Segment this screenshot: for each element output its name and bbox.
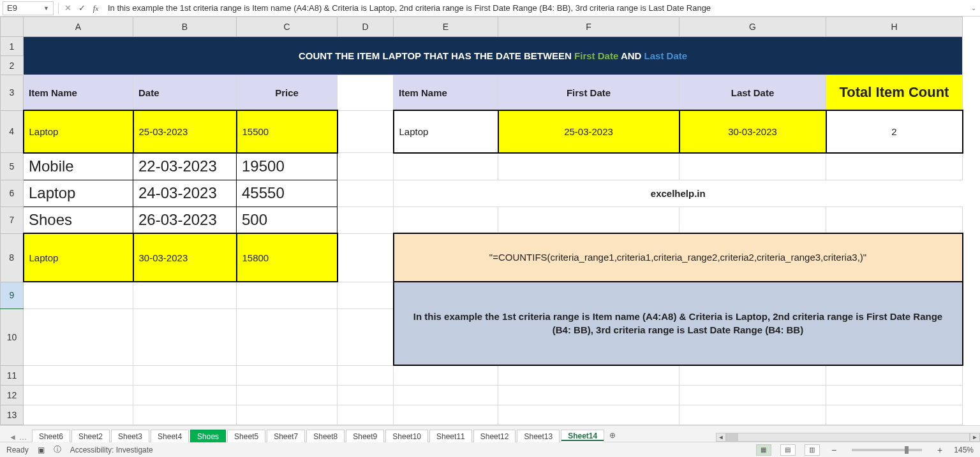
scroll-right-icon[interactable]: ► <box>970 433 980 442</box>
cell-G4[interactable]: 30-03-2023 <box>679 110 826 153</box>
cell-C4[interactable]: 15500 <box>237 110 338 153</box>
hdr-last-date[interactable]: Last Date <box>679 75 826 111</box>
row-header-1[interactable]: 1 <box>1 37 24 56</box>
worksheet-area[interactable]: A B C D E F G H 1 COUNT THE ITEM LAPTOP … <box>0 17 980 425</box>
cell-C9[interactable] <box>237 282 338 308</box>
hdr-price-left[interactable]: Price <box>237 75 338 111</box>
cell-B4[interactable]: 25-03-2023 <box>133 110 237 153</box>
hdr-first-date[interactable]: First Date <box>498 75 679 111</box>
sheet-tab-sheet12[interactable]: Sheet12 <box>473 430 516 442</box>
cell-F7[interactable] <box>498 207 679 233</box>
col-header-D[interactable]: D <box>338 17 394 37</box>
sheet-tab-sheet9[interactable]: Sheet9 <box>346 430 384 442</box>
zoom-out-button[interactable]: − <box>829 445 839 455</box>
cell-D8[interactable] <box>338 233 394 282</box>
sheet-tab-sheet14[interactable]: Sheet14 <box>561 430 604 442</box>
page-break-view-button[interactable]: ▥ <box>805 444 820 456</box>
row-header-6[interactable]: 6 <box>1 180 24 207</box>
formula-syntax-box[interactable]: "=COUNTIFS(criteria_range1,criteria1,cri… <box>394 233 963 282</box>
enter-icon[interactable]: ✓ <box>75 1 89 15</box>
sheet-tab-sheet3[interactable]: Sheet3 <box>111 430 149 442</box>
hdr-item-name-left[interactable]: Item Name <box>24 75 133 111</box>
cell-F5[interactable] <box>498 153 679 180</box>
cell-H4[interactable]: 2 <box>826 110 963 153</box>
zoom-slider-thumb[interactable] <box>905 446 909 454</box>
cell-D7[interactable] <box>338 207 394 233</box>
cell-D5[interactable] <box>338 153 394 180</box>
cell-C7[interactable]: 500 <box>237 207 338 233</box>
normal-view-button[interactable]: ▦ <box>756 444 771 456</box>
cell-A6[interactable]: Laptop <box>24 180 133 207</box>
expand-formula-bar-icon[interactable]: ⌄ <box>967 4 980 11</box>
sheet-tab-sheet2[interactable]: Sheet2 <box>71 430 110 442</box>
cell-B8[interactable]: 30-03-2023 <box>133 233 237 282</box>
new-sheet-button[interactable]: ⊕ <box>605 429 620 442</box>
cell-D9[interactable] <box>338 282 394 308</box>
col-header-H[interactable]: H <box>826 17 963 37</box>
col-header-G[interactable]: G <box>679 17 826 37</box>
col-header-F[interactable]: F <box>498 17 679 37</box>
tab-nav-more-icon[interactable]: … <box>19 433 27 442</box>
cell-B5[interactable]: 22-03-2023 <box>133 153 237 180</box>
row-header-10[interactable]: 10 <box>1 308 24 365</box>
cell-G7[interactable] <box>679 207 826 233</box>
row-header-13[interactable]: 13 <box>1 405 24 424</box>
row-header-4[interactable]: 4 <box>1 110 24 153</box>
cell-B10[interactable] <box>133 308 237 365</box>
cell-F4[interactable]: 25-03-2023 <box>498 110 679 153</box>
scroll-track[interactable] <box>726 433 970 442</box>
cell-D6[interactable] <box>338 180 394 207</box>
cell-B7[interactable]: 26-03-2023 <box>133 207 237 233</box>
select-all-corner[interactable] <box>1 17 24 37</box>
sheet-tab-sheet13[interactable]: Sheet13 <box>517 430 560 442</box>
sheet-tab-sheet5[interactable]: Sheet5 <box>227 430 265 442</box>
col-header-C[interactable]: C <box>237 17 338 37</box>
sheet-tab-sheet11[interactable]: Sheet11 <box>429 430 472 442</box>
hdr-total-item-count[interactable]: Total Item Count <box>826 75 963 111</box>
name-box[interactable]: E9 ▼ <box>3 1 54 15</box>
cell-D4[interactable] <box>338 110 394 153</box>
formula-input[interactable]: In this example the 1st criteria range i… <box>103 3 967 13</box>
row-header-5[interactable]: 5 <box>1 153 24 180</box>
sheet-tab-sheet10[interactable]: Sheet10 <box>385 430 428 442</box>
zoom-slider[interactable] <box>852 449 922 451</box>
cancel-icon[interactable]: ✕ <box>61 1 75 15</box>
cell-D10[interactable] <box>338 308 394 365</box>
cell-H5[interactable] <box>826 153 963 180</box>
cell-A10[interactable] <box>24 308 133 365</box>
explanation-box[interactable]: In this example the 1st criteria range i… <box>394 282 963 365</box>
cell-C8[interactable]: 15800 <box>237 233 338 282</box>
cell-E7[interactable] <box>394 207 498 233</box>
cell-A9[interactable] <box>24 282 133 308</box>
scroll-left-icon[interactable]: ◄ <box>716 433 726 442</box>
sheet-tab-sheet4[interactable]: Sheet4 <box>151 430 189 442</box>
page-layout-view-button[interactable]: ▤ <box>780 444 796 456</box>
cell-B6[interactable]: 24-03-2023 <box>133 180 237 207</box>
cell-A11[interactable] <box>24 365 133 385</box>
row-header-2[interactable]: 2 <box>1 56 24 75</box>
row-header-9[interactable]: 9 <box>1 282 24 308</box>
cell-E4[interactable]: Laptop <box>394 110 498 153</box>
row-header-12[interactable]: 12 <box>1 385 24 405</box>
sheet-tab-shoes[interactable]: Shoes <box>190 430 226 442</box>
cell-A7[interactable]: Shoes <box>24 207 133 233</box>
spreadsheet-grid[interactable]: A B C D E F G H 1 COUNT THE ITEM LAPTOP … <box>0 17 963 425</box>
tab-nav-prev-icon[interactable]: ◄ <box>9 433 17 442</box>
cell-A8[interactable]: Laptop <box>24 233 133 282</box>
col-header-B[interactable]: B <box>133 17 237 37</box>
cell-A5[interactable]: Mobile <box>24 153 133 180</box>
cell-A13[interactable] <box>24 405 133 424</box>
zoom-level[interactable]: 145% <box>954 446 974 454</box>
row-header-7[interactable]: 7 <box>1 207 24 233</box>
cell-C5[interactable]: 19500 <box>237 153 338 180</box>
tab-nav[interactable]: ◄ … <box>4 433 32 442</box>
sheet-tab-sheet6[interactable]: Sheet6 <box>32 430 70 442</box>
cell-A4[interactable]: Laptop <box>24 110 133 153</box>
col-header-E[interactable]: E <box>394 17 498 37</box>
col-header-A[interactable]: A <box>24 17 133 37</box>
accessibility-icon[interactable]: ⓘ <box>54 444 61 455</box>
sheet-tab-sheet7[interactable]: Sheet7 <box>267 430 305 442</box>
cell-C10[interactable] <box>237 308 338 365</box>
cell-H7[interactable] <box>826 207 963 233</box>
accessibility-status[interactable]: Accessibility: Investigate <box>70 446 153 454</box>
